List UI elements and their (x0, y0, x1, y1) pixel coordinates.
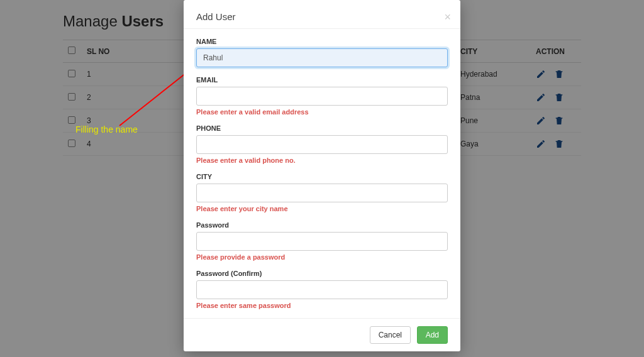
password-confirm-error: Please enter same password (196, 302, 448, 309)
add-user-modal: Add User × NAME EMAIL Please enter a val… (184, 0, 460, 351)
password-label: Password (196, 221, 448, 229)
name-label: NAME (196, 38, 448, 45)
email-label: EMAIL (196, 76, 448, 84)
email-error: Please enter a valid email address (196, 108, 448, 116)
phone-label: PHONE (196, 124, 448, 132)
close-icon[interactable]: × (444, 11, 451, 23)
modal-title: Add User (196, 11, 448, 22)
cancel-button[interactable]: Cancel (370, 326, 411, 344)
phone-input[interactable] (196, 135, 448, 154)
password-confirm-label: Password (Confirm) (196, 270, 448, 277)
add-button[interactable]: Add (417, 326, 448, 344)
phone-error: Please enter a valid phone no. (196, 157, 448, 164)
password-error: Please provide a password (196, 253, 448, 261)
name-input[interactable] (196, 48, 448, 67)
password-confirm-input[interactable] (196, 280, 448, 299)
city-error: Please enter your city name (196, 205, 448, 212)
city-input[interactable] (196, 184, 448, 202)
password-input[interactable] (196, 232, 448, 251)
annotation-text: Filling the name (75, 124, 138, 135)
email-input[interactable] (196, 87, 448, 106)
city-label: CITY (196, 173, 448, 180)
